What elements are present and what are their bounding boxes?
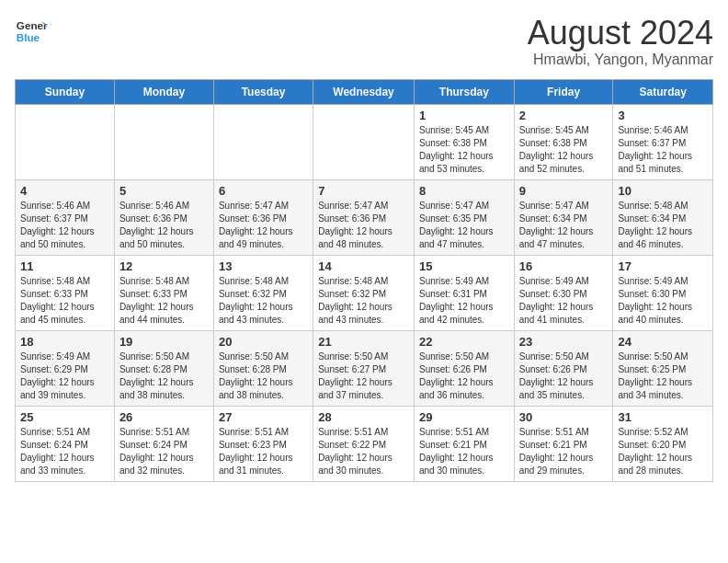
calendar-week-row: 4Sunrise: 5:46 AM Sunset: 6:37 PM Daylig… [16,179,713,255]
calendar-cell: 6Sunrise: 5:47 AM Sunset: 6:36 PM Daylig… [213,179,313,255]
calendar-cell [313,104,415,179]
day-number: 13 [219,259,308,273]
calendar-cell: 27Sunrise: 5:51 AM Sunset: 6:23 PM Dayli… [213,406,313,481]
day-info: Sunrise: 5:48 AM Sunset: 6:33 PM Dayligh… [20,275,109,327]
col-wednesday: Wednesday [313,79,415,104]
day-info: Sunrise: 5:51 AM Sunset: 6:22 PM Dayligh… [318,426,409,477]
day-number: 28 [318,410,409,424]
day-number: 14 [318,259,409,273]
day-info: Sunrise: 5:50 AM Sunset: 6:26 PM Dayligh… [419,350,509,402]
calendar-cell: 21Sunrise: 5:50 AM Sunset: 6:27 PM Dayli… [313,330,415,406]
calendar-cell: 10Sunrise: 5:48 AM Sunset: 6:34 PM Dayli… [613,179,713,255]
day-info: Sunrise: 5:51 AM Sunset: 6:21 PM Dayligh… [419,426,509,477]
day-number: 20 [219,335,308,349]
calendar-cell: 5Sunrise: 5:46 AM Sunset: 6:36 PM Daylig… [114,179,213,255]
day-info: Sunrise: 5:52 AM Sunset: 6:20 PM Dayligh… [618,426,708,477]
day-number: 24 [618,335,708,349]
calendar-cell: 15Sunrise: 5:49 AM Sunset: 6:31 PM Dayli… [414,255,514,330]
day-number: 27 [219,410,308,424]
calendar-cell: 22Sunrise: 5:50 AM Sunset: 6:26 PM Dayli… [414,330,514,406]
day-number: 30 [519,410,609,424]
day-number: 22 [419,335,509,349]
day-number: 17 [618,259,708,273]
calendar-week-row: 11Sunrise: 5:48 AM Sunset: 6:33 PM Dayli… [16,255,713,330]
calendar-cell [16,104,115,179]
col-friday: Friday [514,79,613,104]
calendar-cell: 23Sunrise: 5:50 AM Sunset: 6:26 PM Dayli… [514,330,613,406]
day-number: 21 [318,335,409,349]
day-info: Sunrise: 5:50 AM Sunset: 6:27 PM Dayligh… [318,350,409,402]
day-info: Sunrise: 5:51 AM Sunset: 6:23 PM Dayligh… [219,426,308,477]
logo-icon: General Blue [15,15,48,48]
calendar-cell: 9Sunrise: 5:47 AM Sunset: 6:34 PM Daylig… [514,179,613,255]
day-number: 10 [618,184,708,198]
calendar-cell: 1Sunrise: 5:45 AM Sunset: 6:38 PM Daylig… [414,104,514,179]
day-info: Sunrise: 5:46 AM Sunset: 6:37 PM Dayligh… [618,124,708,176]
day-info: Sunrise: 5:49 AM Sunset: 6:30 PM Dayligh… [618,275,708,327]
day-number: 9 [519,184,609,198]
calendar-cell: 25Sunrise: 5:51 AM Sunset: 6:24 PM Dayli… [16,406,115,481]
calendar-header: Sunday Monday Tuesday Wednesday Thursday… [16,79,713,104]
logo: General Blue [15,15,48,48]
day-info: Sunrise: 5:47 AM Sunset: 6:36 PM Dayligh… [219,200,308,251]
day-info: Sunrise: 5:51 AM Sunset: 6:24 PM Dayligh… [119,426,209,477]
calendar-body: 1Sunrise: 5:45 AM Sunset: 6:38 PM Daylig… [16,104,713,481]
svg-text:Blue: Blue [17,31,40,43]
day-number: 7 [318,184,409,198]
title-block: August 2024 Hmawbi, Yangon, Myanmar [528,15,713,68]
col-thursday: Thursday [414,79,514,104]
day-info: Sunrise: 5:50 AM Sunset: 6:26 PM Dayligh… [519,350,609,402]
calendar-week-row: 25Sunrise: 5:51 AM Sunset: 6:24 PM Dayli… [16,406,713,481]
day-number: 19 [119,335,209,349]
day-number: 31 [618,410,708,424]
calendar-cell: 31Sunrise: 5:52 AM Sunset: 6:20 PM Dayli… [613,406,713,481]
day-number: 11 [20,259,109,273]
calendar-cell: 4Sunrise: 5:46 AM Sunset: 6:37 PM Daylig… [16,179,115,255]
day-info: Sunrise: 5:47 AM Sunset: 6:34 PM Dayligh… [519,200,609,251]
calendar-cell [114,104,213,179]
calendar-cell: 24Sunrise: 5:50 AM Sunset: 6:25 PM Dayli… [613,330,713,406]
calendar-cell: 17Sunrise: 5:49 AM Sunset: 6:30 PM Dayli… [613,255,713,330]
day-number: 15 [419,259,509,273]
day-info: Sunrise: 5:48 AM Sunset: 6:34 PM Dayligh… [618,200,708,251]
calendar-cell: 8Sunrise: 5:47 AM Sunset: 6:35 PM Daylig… [414,179,514,255]
day-number: 2 [519,109,609,122]
day-info: Sunrise: 5:48 AM Sunset: 6:32 PM Dayligh… [219,275,308,327]
calendar-week-row: 18Sunrise: 5:49 AM Sunset: 6:29 PM Dayli… [16,330,713,406]
calendar-cell: 13Sunrise: 5:48 AM Sunset: 6:32 PM Dayli… [213,255,313,330]
day-info: Sunrise: 5:47 AM Sunset: 6:36 PM Dayligh… [318,200,409,251]
page-title: August 2024 [528,15,713,52]
col-monday: Monday [114,79,213,104]
day-info: Sunrise: 5:48 AM Sunset: 6:33 PM Dayligh… [119,275,209,327]
page-subtitle: Hmawbi, Yangon, Myanmar [528,52,713,68]
day-info: Sunrise: 5:49 AM Sunset: 6:31 PM Dayligh… [419,275,509,327]
day-number: 26 [119,410,209,424]
calendar-cell: 29Sunrise: 5:51 AM Sunset: 6:21 PM Dayli… [414,406,514,481]
day-number: 12 [119,259,209,273]
calendar-cell: 20Sunrise: 5:50 AM Sunset: 6:28 PM Dayli… [213,330,313,406]
col-sunday: Sunday [16,79,115,104]
day-info: Sunrise: 5:50 AM Sunset: 6:25 PM Dayligh… [618,350,708,402]
day-number: 8 [419,184,509,198]
day-number: 25 [20,410,109,424]
day-number: 18 [20,335,109,349]
day-info: Sunrise: 5:50 AM Sunset: 6:28 PM Dayligh… [219,350,308,402]
day-info: Sunrise: 5:49 AM Sunset: 6:30 PM Dayligh… [519,275,609,327]
calendar-cell: 28Sunrise: 5:51 AM Sunset: 6:22 PM Dayli… [313,406,415,481]
day-info: Sunrise: 5:45 AM Sunset: 6:38 PM Dayligh… [519,124,609,176]
day-number: 4 [20,184,109,198]
col-saturday: Saturday [613,79,713,104]
calendar-week-row: 1Sunrise: 5:45 AM Sunset: 6:38 PM Daylig… [16,104,713,179]
header-row: Sunday Monday Tuesday Wednesday Thursday… [16,79,713,104]
day-info: Sunrise: 5:46 AM Sunset: 6:36 PM Dayligh… [119,200,209,251]
day-info: Sunrise: 5:46 AM Sunset: 6:37 PM Dayligh… [20,200,109,251]
day-info: Sunrise: 5:50 AM Sunset: 6:28 PM Dayligh… [119,350,209,402]
day-number: 23 [519,335,609,349]
day-number: 1 [419,109,509,122]
day-info: Sunrise: 5:51 AM Sunset: 6:24 PM Dayligh… [20,426,109,477]
calendar-cell: 12Sunrise: 5:48 AM Sunset: 6:33 PM Dayli… [114,255,213,330]
calendar-cell: 11Sunrise: 5:48 AM Sunset: 6:33 PM Dayli… [16,255,115,330]
day-info: Sunrise: 5:49 AM Sunset: 6:29 PM Dayligh… [20,350,109,402]
col-tuesday: Tuesday [213,79,313,104]
day-info: Sunrise: 5:45 AM Sunset: 6:38 PM Dayligh… [419,124,509,176]
